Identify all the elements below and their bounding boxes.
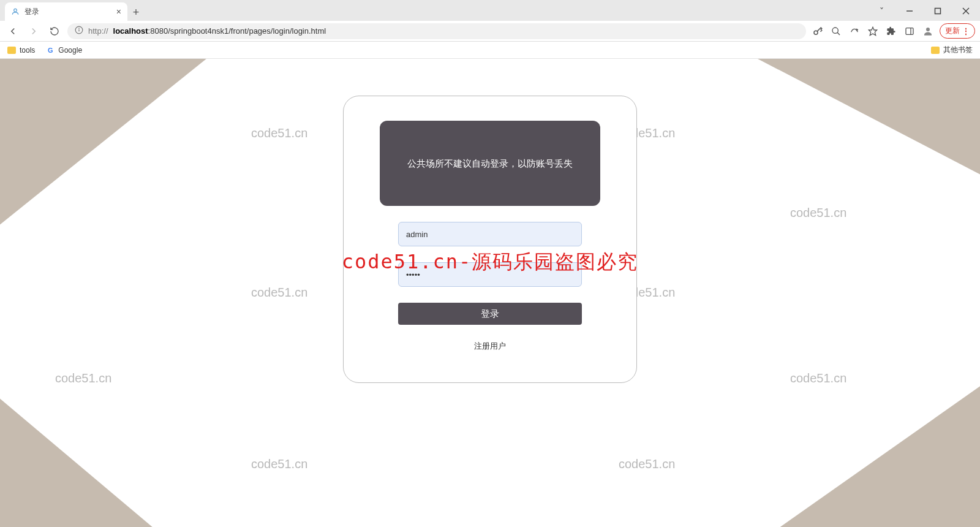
url-host: localhost:8080/springboot4nsk1/front/pag… (113, 26, 326, 36)
svg-point-0 (14, 9, 17, 12)
window-close-icon[interactable] (952, 1, 980, 21)
watermark: code51.cn (619, 457, 675, 471)
window-minimize-icon[interactable] (895, 1, 924, 21)
login-notice: 公共场所不建议自动登录，以防账号丢失 (380, 121, 600, 206)
bookmark-tools[interactable]: tools (7, 46, 35, 55)
window-controls: ˅ (867, 1, 980, 21)
browser-tab[interactable]: 登录 × (5, 2, 127, 21)
folder-icon (7, 47, 16, 54)
folder-icon (931, 47, 940, 54)
svg-point-9 (832, 28, 838, 33)
username-input[interactable] (398, 222, 582, 246)
svg-marker-11 (869, 27, 876, 35)
watermark: code51.cn (790, 206, 846, 220)
svg-line-10 (837, 32, 840, 35)
bg-shape (710, 59, 980, 200)
toolbar-icons: 更新 ⋮ (811, 23, 975, 39)
watermark: code51.cn (423, 59, 479, 61)
window-titlebar: 登录 × + ˅ (0, 0, 980, 21)
new-tab-button[interactable]: + (127, 4, 145, 21)
bookmark-other[interactable]: 其他书签 (931, 45, 973, 55)
window-maximize-icon[interactable] (924, 1, 952, 21)
tab-close-icon[interactable]: × (116, 7, 121, 17)
site-info-icon[interactable] (75, 26, 83, 36)
svg-rect-2 (935, 9, 941, 14)
side-panel-icon[interactable] (903, 25, 916, 38)
svg-rect-12 (906, 28, 913, 34)
watermark: code51.cn (790, 371, 846, 385)
menu-dots-icon: ⋮ (962, 27, 970, 36)
bg-shape (710, 343, 980, 527)
watermark: code51.cn (55, 371, 111, 385)
profile-avatar-icon[interactable] (921, 25, 935, 38)
nav-reload-icon[interactable] (47, 23, 62, 39)
extensions-icon[interactable] (884, 25, 898, 38)
watermark: code51.cn (251, 126, 307, 140)
zoom-icon[interactable] (829, 25, 843, 38)
bg-shape (0, 368, 196, 527)
nav-forward-icon[interactable] (26, 23, 42, 39)
watermark: code51.cn (251, 286, 307, 300)
share-icon[interactable] (848, 25, 861, 38)
update-button-label: 更新 (945, 26, 960, 36)
bookmark-star-icon[interactable] (866, 25, 880, 38)
watermark: code51.cn (251, 457, 307, 471)
address-bar: http:// localhost:8080/springboot4nsk1/f… (0, 21, 980, 42)
bg-shape (0, 59, 237, 267)
password-key-icon[interactable] (811, 25, 824, 38)
page-viewport: code51.cn code51.cn code51.cn code51.cn … (0, 59, 980, 527)
register-link[interactable]: 注册用户 (474, 341, 506, 352)
url-protocol: http:// (88, 26, 108, 36)
google-icon: G (46, 46, 55, 55)
update-button[interactable]: 更新 ⋮ (940, 23, 975, 39)
bookmarks-bar: tools G Google 其他书签 (0, 42, 980, 59)
nav-back-icon[interactable] (5, 23, 21, 39)
bookmark-google[interactable]: G Google (46, 46, 82, 55)
bookmark-label: 其他书签 (943, 45, 973, 55)
svg-point-7 (79, 28, 80, 29)
tab-title: 登录 (24, 7, 39, 17)
login-card: 公共场所不建议自动登录，以防账号丢失 登录 注册用户 (343, 96, 637, 383)
login-submit-button[interactable]: 登录 (398, 303, 582, 325)
bookmark-label: Google (58, 46, 82, 55)
bookmark-label: tools (20, 46, 35, 55)
url-input[interactable]: http:// localhost:8080/springboot4nsk1/f… (67, 23, 806, 39)
tab-favicon-icon (11, 7, 20, 16)
svg-point-14 (926, 28, 930, 31)
password-input[interactable] (398, 262, 582, 287)
window-dropdown-icon[interactable]: ˅ (867, 1, 895, 21)
